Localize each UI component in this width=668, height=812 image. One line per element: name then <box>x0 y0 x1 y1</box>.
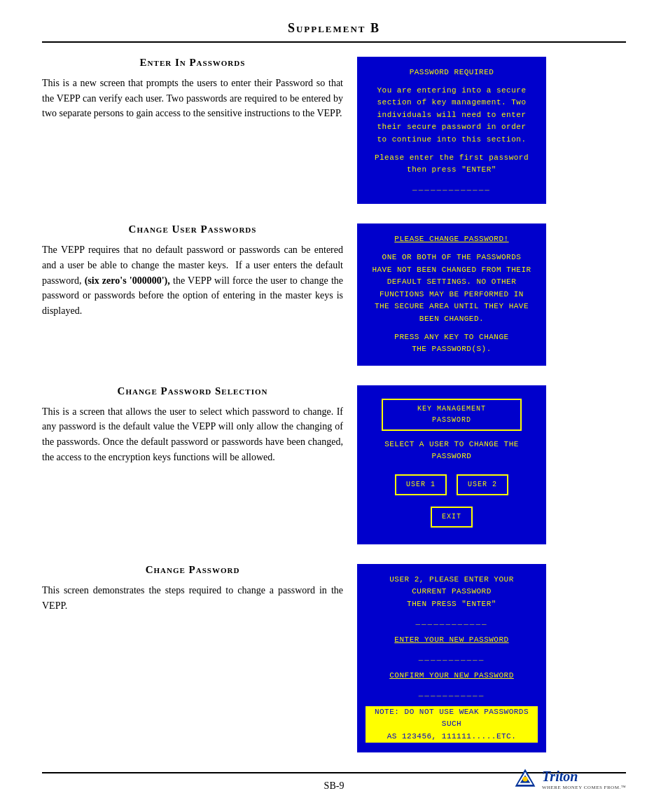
terminal-dashes: ___________ <box>419 688 485 701</box>
page: Supplement B Enter In Passwords This is … <box>0 0 668 812</box>
section-left-1: Enter In Passwords This is a new screen … <box>42 57 343 121</box>
terminal-change-password-selection: KEY MANAGEMENT PASSWORD SELECT A USER TO… <box>357 385 546 544</box>
section-title-3: Change Password Selection <box>42 385 343 397</box>
terminal-line: Please enter the first passwordthen pres… <box>375 152 529 177</box>
triton-logo: Triton WHERE MONEY COMES FROM.™ <box>513 766 626 792</box>
triton-logo-icon <box>513 766 538 792</box>
page-footer: SB-9 Triton WHERE MONEY COMES FROM.™ <box>42 772 626 792</box>
terminal-line: ENTER YOUR NEW PASSWORD <box>394 634 508 647</box>
section-left-2: Change User Passwords The VEPP requires … <box>42 223 343 318</box>
section-change-user-passwords: Change User Passwords The VEPP requires … <box>42 223 626 365</box>
terminal-dashes: ____________ <box>415 617 487 629</box>
user-1-button[interactable]: USER 1 <box>395 474 447 495</box>
section-body-4: This screen demonstrates the steps requi… <box>42 583 343 613</box>
section-terminal-4: USER 2, PLEASE ENTER YOURCURRENT PASSWOR… <box>357 564 546 753</box>
terminal-line: PLEASE CHANGE PASSWORD! <box>394 233 508 246</box>
terminal-dashes: ___________ <box>419 652 485 665</box>
exit-button[interactable]: EXIT <box>431 507 473 528</box>
page-header: Supplement B <box>42 21 626 43</box>
terminal-line: PASSWORD REQUIRED <box>410 67 494 79</box>
brand-name: Triton <box>542 769 626 785</box>
user-button-row: USER 1 USER 2 <box>393 472 510 497</box>
section-title-1: Enter In Passwords <box>42 57 343 69</box>
terminal-dashes: _____________ <box>412 182 491 195</box>
page-title: Supplement B <box>42 21 626 36</box>
section-left-3: Change Password Selection This is a scre… <box>42 385 343 465</box>
terminal-change-user-passwords: PLEASE CHANGE PASSWORD! ONE OR BOTH OF T… <box>357 223 546 365</box>
terminal-line: PRESS ANY KEY TO CHANGETHE PASSWORD(S). <box>394 331 508 356</box>
terminal-line: You are entering into a securesection of… <box>377 85 526 146</box>
section-body-1: This is a new screen that prompts the us… <box>42 76 343 121</box>
bold-text: (six zero's '000000'), <box>85 275 170 286</box>
terminal-line: CONFIRM YOUR NEW PASSWORD <box>389 670 514 682</box>
section-enter-passwords: Enter In Passwords This is a new screen … <box>42 57 626 204</box>
terminal-enter-passwords: PASSWORD REQUIRED You are entering into … <box>357 57 546 204</box>
svg-point-3 <box>522 777 527 782</box>
section-left-4: Change Password This screen demonstrates… <box>42 564 343 613</box>
section-body-3: This is a screen that allows the user to… <box>42 404 343 465</box>
terminal-change-password: USER 2, PLEASE ENTER YOURCURRENT PASSWOR… <box>357 564 546 753</box>
section-body-2: The VEPP requires that no default passwo… <box>42 242 343 318</box>
section-title-2: Change User Passwords <box>42 223 343 235</box>
triton-logo-text: Triton WHERE MONEY COMES FROM.™ <box>542 769 626 790</box>
exit-button-row: EXIT <box>429 504 475 530</box>
tagline: WHERE MONEY COMES FROM.™ <box>542 785 626 790</box>
terminal-highlight: NOTE: DO NOT USE WEAK PASSWORDS SUCHAS 1… <box>366 706 538 743</box>
section-change-password: Change Password This screen demonstrates… <box>42 564 626 753</box>
terminal-line: SELECT A USER TO CHANGE THEPASSWORD <box>384 439 519 463</box>
user-2-button[interactable]: USER 2 <box>457 474 508 495</box>
section-terminal-3: KEY MANAGEMENT PASSWORD SELECT A USER TO… <box>357 385 546 544</box>
section-terminal-2: PLEASE CHANGE PASSWORD! ONE OR BOTH OF T… <box>357 223 546 365</box>
section-terminal-1: PASSWORD REQUIRED You are entering into … <box>357 57 546 204</box>
section-title-4: Change Password <box>42 564 343 576</box>
terminal-line: USER 2, PLEASE ENTER YOURCURRENT PASSWOR… <box>389 574 514 611</box>
terminal-line: ONE OR BOTH OF THE PASSWORDSHAVE NOT BEE… <box>372 252 531 326</box>
key-management-password-button[interactable]: KEY MANAGEMENT PASSWORD <box>382 399 522 431</box>
section-change-password-selection: Change Password Selection This is a scre… <box>42 385 626 544</box>
